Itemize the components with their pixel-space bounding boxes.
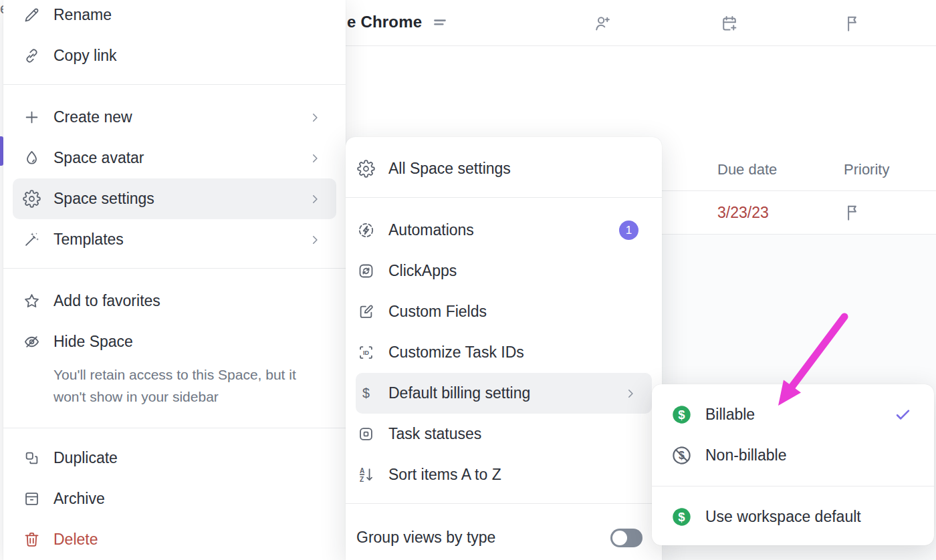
automation-icon <box>356 221 376 239</box>
menu-item-label: Archive <box>53 490 105 508</box>
space-settings-submenu: All Space settingsAutomations1ClickAppsC… <box>346 137 662 560</box>
task-id-icon: ID <box>356 343 376 362</box>
menu-item-sort-items-a-to-z[interactable]: AZSort items A to Z <box>356 454 652 495</box>
calendar-add-icon[interactable] <box>719 13 739 33</box>
menu-item-label: Create new <box>53 108 132 126</box>
billing-setting-submenu: $Billable$Non-billable$Use workspace def… <box>652 384 934 545</box>
menu-item-all-space-settings[interactable]: All Space settings <box>356 148 652 189</box>
menu-item-label: Group views by type <box>356 529 495 547</box>
due-date-cell[interactable]: 3/23/23 <box>717 204 769 222</box>
menu-item-label: All Space settings <box>388 160 511 178</box>
menu-item-billable[interactable]: $Billable <box>662 394 924 435</box>
trash-icon <box>21 531 41 549</box>
link-icon <box>21 47 41 65</box>
menu-item-label: Space avatar <box>53 149 144 167</box>
custom-fields-icon <box>356 303 376 321</box>
droplet-icon <box>21 149 41 167</box>
menu-item-copy-link[interactable]: Copy link <box>13 35 336 76</box>
archive-icon <box>21 490 41 508</box>
gear-icon <box>356 160 376 178</box>
menu-item-space-avatar[interactable]: Space avatar <box>13 138 336 178</box>
menu-divider <box>3 84 346 85</box>
svg-text:$: $ <box>678 408 685 422</box>
menu-item-group-views-by-type[interactable]: Group views by type <box>356 517 652 558</box>
plus-icon <box>21 108 41 126</box>
count-badge: 1 <box>619 221 638 240</box>
eye-off-icon <box>21 333 41 351</box>
page-title: e Chrome <box>347 13 422 31</box>
menu-item-label: Space settings <box>53 190 154 208</box>
menu-item-label: Templates <box>53 231 124 249</box>
menu-item-default-billing-setting[interactable]: $Default billing setting <box>356 373 652 414</box>
menu-item-archive[interactable]: Archive <box>13 478 336 519</box>
billable-icon: $ <box>671 506 693 528</box>
menu-item-use-workspace-default[interactable]: $Use workspace default <box>662 497 924 537</box>
duplicate-icon <box>21 449 41 467</box>
chevron-right-icon <box>308 233 322 247</box>
menu-item-label: Sort items A to Z <box>388 466 501 484</box>
menu-item-label: Automations <box>388 221 474 239</box>
menu-item-label: Rename <box>53 6 112 24</box>
menu-item-duplicate[interactable]: Duplicate <box>13 438 336 478</box>
menu-item-automations[interactable]: Automations1 <box>356 210 652 251</box>
menu-item-non-billable[interactable]: $Non-billable <box>662 435 924 476</box>
pencil-icon <box>21 6 41 24</box>
menu-item-label: ClickApps <box>388 262 457 280</box>
sort-az-icon: AZ <box>356 466 376 484</box>
column-header-due-date[interactable]: Due date <box>717 161 777 178</box>
non-billable-icon: $ <box>671 444 693 466</box>
dollar-icon: $ <box>356 384 376 402</box>
menu-divider <box>346 197 662 198</box>
priority-flag-icon[interactable] <box>843 202 863 223</box>
svg-text:$: $ <box>678 510 685 524</box>
description-lines-icon[interactable] <box>431 13 449 31</box>
menu-item-label: Default billing setting <box>388 384 530 402</box>
chevron-right-icon <box>308 192 322 206</box>
chevron-right-icon <box>308 111 322 124</box>
menu-item-delete[interactable]: Delete <box>13 519 336 560</box>
flag-icon[interactable] <box>843 13 863 33</box>
svg-text:Z: Z <box>359 476 363 483</box>
gear-icon <box>21 190 41 208</box>
menu-item-space-settings[interactable]: Space settings <box>13 178 336 219</box>
menu-item-label: Customize Task IDs <box>388 343 524 362</box>
menu-item-label: Duplicate <box>53 449 118 467</box>
svg-text:ID: ID <box>363 349 370 356</box>
menu-item-description: You'll retain access to this Space, but … <box>53 364 322 408</box>
check-icon <box>894 406 912 424</box>
menu-divider <box>3 268 346 269</box>
space-context-menu: RenameCopy linkCreate newSpace avatarSpa… <box>3 0 346 560</box>
menu-item-label: Task statuses <box>388 425 481 443</box>
menu-item-create-new[interactable]: Create new <box>13 97 336 138</box>
screenshot-stage: e Chrome er Due date Priority 3/23/23 Re… <box>0 0 936 560</box>
clickapps-icon <box>356 262 376 280</box>
menu-item-label: Add to favorites <box>53 292 160 310</box>
menu-item-add-to-favorites[interactable]: Add to favorites <box>13 281 336 321</box>
menu-item-templates[interactable]: Templates <box>13 219 336 260</box>
menu-item-label: Delete <box>53 531 98 549</box>
wand-icon <box>21 231 41 249</box>
menu-item-label: Non-billable <box>705 446 786 464</box>
svg-text:A: A <box>359 467 364 474</box>
menu-item-clickapps[interactable]: ClickApps <box>356 251 652 291</box>
menu-item-task-statuses[interactable]: Task statuses <box>356 414 652 454</box>
menu-item-label: Use workspace default <box>705 508 861 526</box>
menu-item-label: Hide Space <box>53 333 133 351</box>
person-add-icon[interactable] <box>592 13 612 33</box>
menu-item-customize-task-ids[interactable]: IDCustomize Task IDs <box>356 332 652 373</box>
toolbar-divider <box>346 45 936 46</box>
chevron-right-icon <box>308 152 322 165</box>
star-icon <box>21 292 41 310</box>
menu-item-custom-fields[interactable]: Custom Fields <box>356 291 652 332</box>
menu-divider <box>3 428 346 428</box>
svg-text:$: $ <box>362 386 370 400</box>
statuses-icon <box>356 425 376 443</box>
menu-item-rename[interactable]: Rename <box>13 0 336 35</box>
menu-item-label: Custom Fields <box>388 303 487 321</box>
menu-item-label: Copy link <box>53 47 117 65</box>
chevron-right-icon <box>624 387 637 400</box>
menu-divider <box>652 486 934 486</box>
toggle-switch[interactable] <box>610 529 642 547</box>
column-header-priority[interactable]: Priority <box>844 161 889 178</box>
menu-item-hide-space[interactable]: Hide Space <box>13 321 336 362</box>
